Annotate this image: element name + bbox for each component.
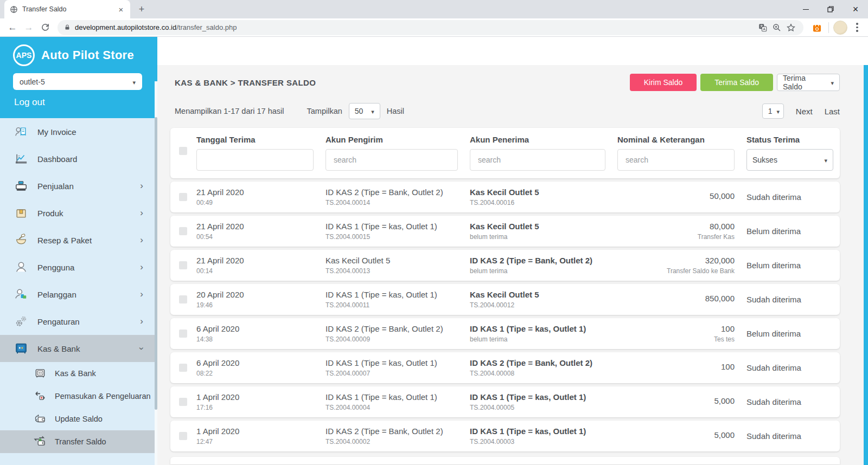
menu-item-label: Kas & Bank (37, 344, 80, 353)
table-row[interactable]: 21 April 2020 00:14 Kas Kecil Outlet 5 T… (170, 250, 840, 281)
page-select-value: 1 (768, 107, 773, 115)
filter-penerima-input[interactable] (470, 149, 605, 171)
window-restore-button[interactable] (818, 0, 843, 18)
reload-icon[interactable] (37, 20, 53, 36)
table-row[interactable]: 6 April 2020 14:38 ID KAS 2 (Tipe = Bank… (170, 318, 840, 349)
table-row[interactable]: 21 April 2020 00:54 ID KAS 1 (Tipe = kas… (170, 216, 840, 247)
row-sender-ref: TS.2004.00004 (326, 404, 470, 411)
menu-item-label: My Invoice (37, 127, 76, 137)
row-checkbox[interactable] (179, 398, 187, 406)
table-row[interactable]: 21 April 2020 00:49 ID KAS 2 (Tipe = Ban… (170, 182, 840, 212)
chevron-icon (136, 347, 147, 350)
row-sender: ID KAS 1 (Tipe = kas, Outlet 1) (326, 392, 470, 402)
extension-bag-icon[interactable] (810, 21, 824, 35)
sidebar-submenu-item[interactable]: Kas & Bank (0, 362, 157, 385)
logout-link[interactable]: Log out (14, 97, 157, 108)
row-time: 17:16 (196, 404, 326, 411)
sidebar-menu-item[interactable]: Pengaturan (0, 308, 157, 335)
row-status: Sudah diterima (746, 431, 834, 441)
row-receiver: ID KAS 1 (Tipe = kas, Outlet 1) (470, 392, 617, 402)
chevron-icon (140, 235, 143, 246)
outlet-select[interactable]: outlet-5 (13, 73, 142, 90)
row-time: 00:49 (196, 199, 326, 206)
menu-item-label: Produk (37, 209, 63, 218)
sidebar-menu-item[interactable]: Pelanggan (0, 281, 157, 308)
last-page-link[interactable]: Last (825, 107, 840, 116)
row-checkbox[interactable] (179, 432, 187, 440)
page-scrollbar[interactable] (864, 65, 868, 465)
sidebar-header: APS Auto Pilot Store outlet-5 Log out (0, 37, 157, 118)
table-row[interactable]: 1 April 2020 17:16 ID KAS 1 (Tipe = kas,… (170, 386, 840, 417)
next-page-link[interactable]: Next (796, 107, 813, 116)
row-receiver-ref: TS.2004.00008 (470, 370, 617, 377)
row-checkbox[interactable] (179, 227, 187, 235)
row-date: 6 April 2020 (196, 324, 326, 333)
row-receiver: ID KAS 2 (Tipe = Bank, Outlet 2) (470, 256, 617, 265)
address-bar[interactable]: development.autopilotstore.co.id/transfe… (58, 20, 803, 35)
row-status: Sudah diterima (746, 397, 834, 406)
row-time: 08:22 (196, 370, 326, 377)
close-tab-icon[interactable] (116, 4, 126, 14)
sidebar-submenu-item[interactable]: Update Saldo (0, 408, 157, 430)
select-all-checkbox[interactable] (179, 147, 187, 155)
window-close-button[interactable] (843, 0, 868, 18)
submenu-item-label: Pemasukan & Pengeluaran (55, 392, 151, 401)
sidebar-menu-item[interactable]: Pengguna (0, 254, 157, 281)
zoom-icon[interactable] (770, 21, 784, 35)
browser-tab[interactable]: Transfer Saldo (4, 0, 130, 18)
column-header-nominal: Nominal & Keterangan (617, 135, 746, 144)
sidebar-menu-item[interactable]: Penjualan (0, 172, 157, 199)
row-checkbox[interactable] (179, 193, 187, 201)
table-row[interactable]: 6 April 2020 08:22 ID KAS 1 (Tipe = kas,… (170, 352, 840, 383)
row-receiver-ref: belum terima (470, 335, 617, 343)
row-checkbox[interactable] (179, 261, 187, 269)
table-row[interactable]: 20 April 2020 19:46 ID KAS 1 (Tipe = kas… (170, 284, 840, 315)
back-icon[interactable] (4, 20, 21, 36)
menu-item-label: Pelanggan (37, 290, 76, 299)
row-sender-ref: TS.2004.00011 (326, 301, 470, 309)
kirim-saldo-button[interactable]: Kirim Saldo (630, 74, 697, 91)
row-sender: ID KAS 1 (Tipe = kas, Outlet 1) (326, 290, 470, 299)
translate-icon[interactable] (756, 21, 770, 35)
sidebar-menu-item[interactable]: Kas & Bank (0, 335, 157, 362)
table-row[interactable]: 1 April 2020 12:47 ID KAS 2 (Tipe = Bank… (170, 421, 840, 451)
row-checkbox[interactable] (179, 330, 187, 338)
column-header-penerima: Akun Penerima (470, 135, 617, 144)
new-tab-button[interactable] (135, 2, 149, 16)
row-receiver-ref: belum terima (470, 233, 617, 241)
submenu-item-label: Update Saldo (55, 415, 103, 423)
browser-menu-icon[interactable] (851, 21, 864, 35)
sidebar-menu-item[interactable]: Dashboard (0, 145, 157, 172)
filter-tanggal-input[interactable] (196, 149, 314, 171)
sidebar-menu-item[interactable]: My Invoice (0, 118, 157, 145)
sidebar-submenu-item[interactable]: Transfer Saldo (0, 430, 157, 453)
row-nominal: 320,000 (617, 256, 735, 265)
bookmark-star-icon[interactable] (784, 21, 798, 35)
page-select[interactable]: 1 (762, 104, 784, 119)
hasil-label: Hasil (387, 107, 404, 115)
row-status: Sudah diterima (746, 295, 834, 304)
window-minimize-button[interactable] (793, 0, 818, 18)
filter-pengirim-input[interactable] (326, 149, 458, 171)
row-checkbox[interactable] (179, 364, 187, 372)
sidebar-menu-item[interactable]: Produk (0, 199, 157, 227)
submenu-item-label: Transfer Saldo (55, 437, 106, 446)
chevron-down-icon (132, 78, 136, 86)
row-time: 12:47 (196, 438, 326, 445)
profile-avatar[interactable] (833, 21, 847, 35)
chevron-down-icon (367, 107, 374, 115)
row-sender: ID KAS 1 (Tipe = kas, Outlet 1) (326, 222, 470, 231)
sidebar-submenu-item[interactable]: Pemasukan & Pengeluaran (0, 385, 157, 408)
row-date: 1 April 2020 (196, 427, 326, 436)
terima-saldo-button[interactable]: Terima Saldo (700, 74, 773, 91)
row-checkbox[interactable] (179, 295, 187, 303)
divider (828, 22, 829, 33)
sidebar-menu-item[interactable]: Resep & Paket (0, 227, 157, 254)
row-receiver-ref: TS.2004.00005 (470, 404, 617, 411)
row-nominal: 5,000 (617, 396, 735, 405)
mode-select[interactable]: Terima Saldo (777, 74, 840, 91)
row-status: Sudah diterima (746, 192, 834, 202)
filter-nominal-input[interactable] (617, 149, 735, 171)
per-page-select[interactable]: 50 (349, 103, 380, 119)
status-filter-select[interactable]: Sukses (746, 149, 833, 171)
